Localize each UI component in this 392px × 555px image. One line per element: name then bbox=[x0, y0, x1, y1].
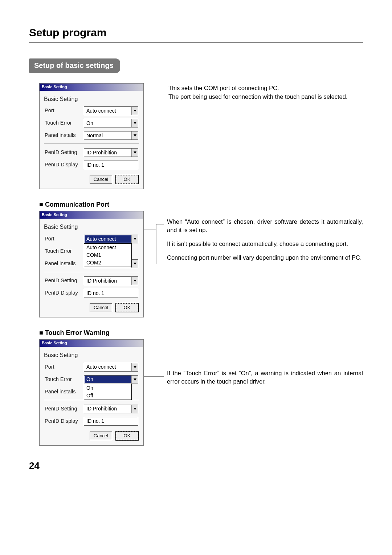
intro-text-2: The port being used for connection with … bbox=[168, 93, 363, 101]
dialog-group-title: Basic Setting bbox=[44, 223, 138, 231]
peniddisplay-label: PenID Display bbox=[45, 418, 84, 425]
peniddisplay-label: PenID Display bbox=[45, 161, 84, 169]
penidsetting-combo[interactable]: ID Prohibition bbox=[84, 276, 138, 285]
divider bbox=[44, 272, 139, 272]
port-dropdown-list[interactable]: Auto connect COM1 COM2 bbox=[84, 243, 132, 267]
port-label: Port bbox=[45, 235, 84, 243]
ok-button[interactable]: OK bbox=[116, 432, 138, 440]
peniddisplay-textbox[interactable]: ID no. 1 bbox=[84, 289, 138, 297]
ok-button[interactable]: OK bbox=[116, 303, 138, 312]
chevron-down-icon[interactable] bbox=[131, 277, 138, 285]
cancel-button[interactable]: Cancel bbox=[90, 175, 112, 184]
peniddisplay-label: PenID Display bbox=[45, 289, 84, 297]
port-combo[interactable]: Auto connect bbox=[84, 106, 138, 115]
toucherror-dropdown-list[interactable]: On Off bbox=[84, 384, 132, 400]
comm-desc-2: If it isn't possible to connect automati… bbox=[167, 240, 363, 248]
dropdown-option[interactable]: Auto connect bbox=[84, 244, 131, 251]
cancel-button[interactable]: Cancel bbox=[90, 303, 112, 312]
page-number: 24 bbox=[29, 459, 363, 472]
panelinstalls-combo[interactable]: Normal bbox=[84, 131, 138, 140]
port-label: Port bbox=[45, 364, 84, 371]
dropdown-option[interactable]: COM1 bbox=[84, 251, 131, 259]
panelinstalls-label: Panel installs bbox=[45, 388, 84, 396]
page-title: Setup program bbox=[29, 25, 363, 43]
peniddisplay-textbox[interactable]: ID no. 1 bbox=[84, 161, 138, 169]
chevron-down-icon[interactable] bbox=[131, 363, 138, 371]
dropdown-option[interactable]: Off bbox=[84, 392, 131, 400]
chevron-down-icon[interactable] bbox=[131, 376, 138, 384]
toucherror-desc: If the “Touch Error” is set “On”, a warn… bbox=[167, 369, 363, 385]
port-combo[interactable]: Auto connect bbox=[84, 363, 138, 372]
toucherror-label: Touch Error bbox=[45, 376, 84, 383]
port-label: Port bbox=[45, 107, 84, 114]
toucherror-combo[interactable]: On bbox=[84, 119, 138, 127]
dialog-titlebar: Basic Setting bbox=[40, 84, 143, 91]
dropdown-option[interactable]: On bbox=[84, 384, 131, 392]
dialog-group-title: Basic Setting bbox=[44, 351, 138, 359]
dialog-titlebar: Basic Setting bbox=[40, 340, 143, 347]
dialog-titlebar: Basic Setting bbox=[40, 211, 143, 219]
chevron-down-icon[interactable] bbox=[131, 119, 138, 127]
ok-button[interactable]: OK bbox=[116, 175, 138, 184]
subheading-touch-error: Touch Error Warning bbox=[39, 328, 363, 337]
callout-line bbox=[144, 341, 164, 385]
panelinstalls-label: Panel installs bbox=[45, 132, 84, 139]
subheading-comm-port: Communication Port bbox=[39, 200, 363, 209]
chevron-down-icon[interactable] bbox=[131, 131, 138, 139]
panelinstalls-label: Panel installs bbox=[45, 260, 84, 267]
cancel-button[interactable]: Cancel bbox=[90, 432, 112, 440]
divider bbox=[44, 400, 139, 400]
toucherror-label: Touch Error bbox=[45, 248, 84, 255]
port-combo-open[interactable]: Auto connect Auto connect COM1 COM2 bbox=[84, 235, 138, 243]
toucherror-label: Touch Error bbox=[45, 119, 84, 127]
chevron-down-icon[interactable] bbox=[131, 107, 138, 115]
dropdown-option[interactable]: COM2 bbox=[84, 259, 131, 267]
intro-text-1: This sets the COM port of connecting PC. bbox=[168, 84, 363, 92]
divider bbox=[44, 143, 139, 144]
comm-desc-3: Connecting port number will vary dependi… bbox=[167, 254, 363, 262]
chevron-down-icon[interactable] bbox=[131, 405, 138, 413]
penidsetting-combo[interactable]: ID Prohibition bbox=[84, 148, 138, 157]
toucherror-combo-open[interactable]: On On Off bbox=[84, 375, 138, 384]
dialog-group-title: Basic Setting bbox=[44, 95, 138, 103]
basic-setting-dialog: Basic Setting Basic Setting Port Auto co… bbox=[39, 83, 144, 190]
comm-desc-1: When “Auto connect” is chosen, driver so… bbox=[167, 218, 363, 234]
chevron-down-icon[interactable] bbox=[131, 149, 138, 157]
penidsetting-label: PenID Setting bbox=[45, 405, 84, 413]
section-heading: Setup of basic settings bbox=[29, 58, 120, 73]
chevron-down-icon[interactable] bbox=[131, 235, 138, 243]
basic-setting-dialog-port: Basic Setting Basic Setting Port Auto co… bbox=[39, 211, 144, 317]
penidsetting-label: PenID Setting bbox=[45, 149, 84, 156]
penidsetting-combo[interactable]: ID Prohibition bbox=[84, 405, 138, 413]
basic-setting-dialog-toucherror: Basic Setting Basic Setting Port Auto co… bbox=[39, 339, 144, 446]
penidsetting-label: PenID Setting bbox=[45, 277, 84, 284]
callout-bracket bbox=[144, 213, 164, 271]
chevron-down-icon[interactable] bbox=[131, 260, 138, 268]
peniddisplay-textbox[interactable]: ID no. 1 bbox=[84, 417, 138, 426]
